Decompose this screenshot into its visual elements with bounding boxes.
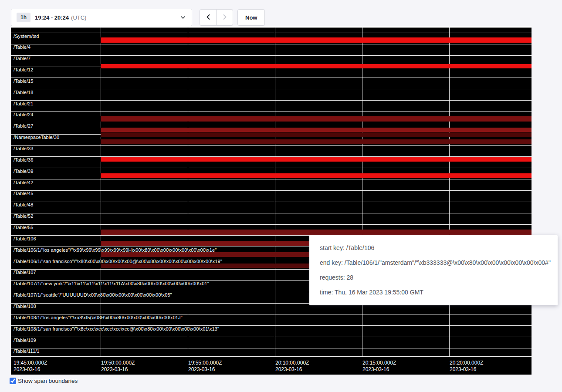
chevron-left-icon bbox=[206, 14, 210, 21]
time-window-badge: 1h bbox=[17, 13, 30, 22]
span-row-label: /Table/18 bbox=[14, 90, 34, 95]
chevron-right-icon bbox=[223, 14, 227, 21]
span-row-label: /Table/12 bbox=[14, 67, 34, 72]
span-row-label: /Table/107/1/"new york"/"\x11\x11\x11\x1… bbox=[14, 281, 209, 286]
span-boundary-line bbox=[11, 179, 532, 179]
show-span-boundaries-label: Show span boundaries bbox=[18, 378, 78, 384]
span-row-label: /Table/42 bbox=[14, 180, 34, 185]
next-range-button[interactable] bbox=[216, 9, 233, 26]
span-row-label: /System/tsd bbox=[14, 34, 39, 39]
span-row-label: /Table/24 bbox=[14, 112, 34, 117]
span-boundary-line bbox=[11, 44, 532, 44]
x-axis-tick-date: 2023-03-16 bbox=[188, 366, 222, 373]
span-row-label: /Table/106/1/"los angeles"/"\x99\x99\x99… bbox=[14, 247, 217, 253]
x-axis-tick-date: 2023-03-16 bbox=[14, 366, 47, 373]
span-row-label: /Table/108/1/"san francisco"/"\x8c\xcc\x… bbox=[14, 326, 219, 331]
x-axis-tick-time: 19:55:00.000Z bbox=[188, 360, 222, 366]
span-boundary-line bbox=[11, 100, 532, 101]
tooltip-time: time: Thu, 16 Mar 2023 19:55:00 GMT bbox=[320, 288, 547, 297]
span-row-label: /Table/36 bbox=[14, 157, 34, 162]
heat-band[interactable] bbox=[101, 230, 532, 235]
x-axis-tick-time: 19:50:00.000Z bbox=[101, 360, 135, 366]
chevron-down-icon bbox=[180, 16, 186, 19]
x-axis-tick-time: 20:10:00.000Z bbox=[275, 360, 309, 366]
x-axis-tick: 20:15:00.000Z2023-03-16 bbox=[362, 360, 396, 373]
span-boundary-line bbox=[11, 112, 532, 112]
span-row-label: /Table/106/1/"san francisco"/"\x80\x00\x… bbox=[14, 259, 222, 264]
span-row-label: /Table/27 bbox=[14, 123, 34, 128]
span-boundary-line bbox=[11, 33, 532, 33]
span-row-label: /Table/7 bbox=[14, 56, 30, 61]
span-boundary-line bbox=[11, 123, 532, 123]
show-span-boundaries-control[interactable]: Show span boundaries bbox=[10, 378, 78, 384]
x-axis-tick-time: 19:45:00.000Z bbox=[14, 360, 47, 366]
x-axis-tick: 19:50:00.000Z2023-03-16 bbox=[101, 360, 135, 373]
x-axis-tick: 19:55:00.000Z2023-03-16 bbox=[188, 360, 222, 373]
span-row-label: /Table/107 bbox=[14, 270, 36, 275]
span-row-label: /Table/15 bbox=[14, 78, 34, 84]
span-row-label: /Table/4 bbox=[14, 44, 30, 50]
span-row-label: /Table/109 bbox=[14, 338, 36, 343]
x-axis-tick: 19:45:00.000Z2023-03-16 bbox=[14, 360, 47, 373]
heat-band[interactable] bbox=[101, 64, 532, 68]
heat-band[interactable] bbox=[101, 37, 532, 43]
span-row-label: /Table/52 bbox=[14, 213, 34, 219]
heat-band[interactable] bbox=[101, 128, 532, 132]
span-row-label: /Table/108 bbox=[14, 304, 36, 309]
x-axis-tick-time: 20:15:00.000Z bbox=[362, 360, 396, 366]
span-row-label: /Table/33 bbox=[14, 146, 34, 151]
span-row-label: /Table/55 bbox=[14, 225, 34, 230]
span-row-label: /Table/108/1/"los angeles"/"\xa8\xf5(\x0… bbox=[14, 315, 183, 320]
grid-line bbox=[362, 27, 362, 357]
heat-band[interactable] bbox=[101, 132, 532, 137]
tooltip-end-key: end key: /Table/106/1/"amsterdam"/"\xb33… bbox=[320, 258, 547, 267]
show-span-boundaries-checkbox[interactable] bbox=[10, 378, 16, 384]
x-axis-tick-date: 2023-03-16 bbox=[450, 366, 483, 373]
tooltip-requests: requests: 28 bbox=[320, 273, 547, 282]
x-axis-tick-date: 2023-03-16 bbox=[275, 366, 309, 373]
now-button[interactable]: Now bbox=[237, 9, 265, 26]
span-boundary-line bbox=[11, 213, 532, 213]
span-boundary-line bbox=[11, 224, 532, 225]
grid-line bbox=[188, 27, 188, 357]
grid-line bbox=[275, 27, 275, 357]
x-axis-tick-time: 20:20:00.000Z bbox=[450, 360, 483, 366]
span-boundary-line bbox=[11, 55, 532, 56]
span-row-label: /Table/111/1 bbox=[14, 348, 40, 354]
x-axis-tick-date: 2023-03-16 bbox=[362, 366, 396, 373]
time-range-selector[interactable]: 1h 19:24 - 20:24 (UTC) bbox=[11, 9, 192, 26]
key-visualizer-heatmap[interactable]: /System/tsd/Table/4/Table/7/Table/12/Tab… bbox=[11, 27, 532, 375]
span-row-label: /Table/21 bbox=[14, 101, 34, 106]
prev-range-button[interactable] bbox=[200, 9, 217, 26]
span-row-label: /Table/106 bbox=[14, 236, 36, 241]
span-boundary-line bbox=[11, 348, 532, 348]
span-boundary-line bbox=[11, 356, 532, 357]
span-row-label: /Table/107/1/"seattle"/"UUUUUUD\x00\x80\… bbox=[14, 292, 172, 297]
span-boundary-line bbox=[11, 78, 532, 78]
x-axis-tick: 20:10:00.000Z2023-03-16 bbox=[275, 360, 309, 373]
span-boundary-line bbox=[11, 27, 532, 28]
x-axis-tick: 20:20:00.000Z2023-03-16 bbox=[450, 360, 483, 373]
heat-band[interactable] bbox=[101, 173, 532, 178]
tooltip-start-key: start key: /Table/106 bbox=[320, 243, 547, 252]
heat-band[interactable] bbox=[101, 157, 532, 162]
span-boundary-line bbox=[11, 190, 532, 191]
time-nav-button-group bbox=[200, 9, 233, 26]
time-range-label: 19:24 - 20:24 bbox=[35, 14, 69, 21]
span-row-label: /Table/39 bbox=[14, 169, 34, 174]
span-boundary-line bbox=[11, 168, 532, 168]
span-boundary-line bbox=[11, 89, 532, 89]
span-row-label: /Table/45 bbox=[14, 191, 34, 196]
x-axis-tick-date: 2023-03-16 bbox=[101, 366, 135, 373]
grid-line bbox=[449, 27, 450, 357]
span-row-label: /NamespaceTable/30 bbox=[14, 135, 59, 140]
span-row-label: /Table/48 bbox=[14, 202, 34, 207]
span-boundary-line bbox=[11, 145, 532, 146]
grid-line bbox=[101, 27, 101, 357]
time-range-timezone: (UTC) bbox=[71, 14, 86, 21]
heat-band[interactable] bbox=[101, 139, 532, 144]
span-boundary-line bbox=[11, 337, 532, 337]
heat-band[interactable] bbox=[101, 116, 532, 122]
span-boundary-line bbox=[11, 202, 532, 202]
hover-tooltip: start key: /Table/106 end key: /Table/10… bbox=[309, 235, 558, 305]
